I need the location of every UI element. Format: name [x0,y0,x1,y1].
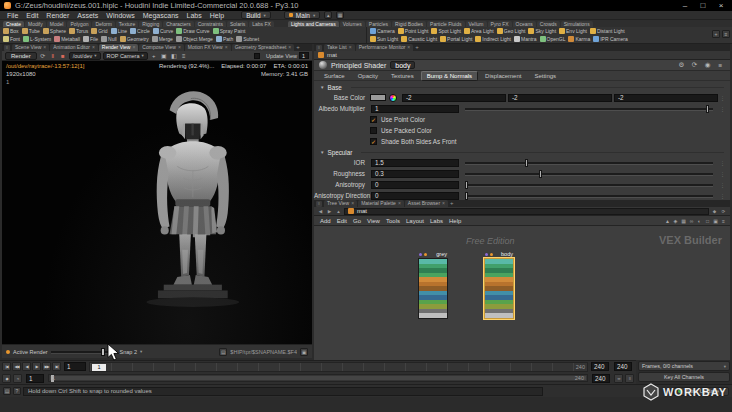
section-specular[interactable]: ▼ Specular [314,147,730,157]
shelf-tool[interactable]: Curve [153,28,173,34]
scope-channels-icon[interactable]: ≈ [13,374,22,383]
current-frame-field[interactable]: 1 [64,362,86,371]
color-palette-icon[interactable]: ◐ [696,217,703,224]
shelf-tool[interactable]: Metaball [54,36,80,42]
key-all-channels-button[interactable]: Key All Channels [638,372,730,382]
color-picker-icon[interactable] [389,94,397,102]
pane-tab[interactable]: Geometry Spreadsheet× [232,44,295,51]
minimize-button[interactable]: – [678,1,692,10]
close-tab-icon[interactable]: × [349,44,352,51]
param-menu-icon[interactable]: ⋮ [719,106,726,112]
close-tab-icon[interactable]: × [288,44,291,51]
close-tab-icon[interactable]: × [407,44,410,51]
channels-select[interactable]: Frames, 0/0 channels▾ [638,361,730,371]
pane-tab[interactable]: Tree View× [324,200,357,207]
snap-label[interactable]: Snap 2 [120,349,137,355]
region-render-icon[interactable]: ▣ [160,52,168,60]
parameter-tab[interactable]: Textures [385,71,420,81]
snapshot-slider[interactable] [51,348,117,356]
context-path[interactable]: mat [327,52,337,58]
pane-tab[interactable]: Animation Editor× [50,44,98,51]
shelf-tool[interactable]: Geometry [120,36,149,42]
shelf-tool[interactable]: Camera [370,28,395,34]
close-tab-icon[interactable]: × [398,200,401,207]
pane-options-icon[interactable]: ≡ [716,61,725,70]
shelf-tool[interactable]: Mantra [514,36,537,42]
close-tab-icon[interactable]: × [351,200,354,207]
pane-tab[interactable]: Compose View× [139,44,183,51]
timeline[interactable]: 1 240 [89,362,588,372]
param-menu-icon[interactable]: ⋮ [719,193,726,199]
main-take-select[interactable]: Main▾ [284,11,320,19]
network-path-field[interactable]: mat [344,208,709,215]
param-menu-icon[interactable]: ⋮ [719,160,726,166]
material-node-grey[interactable]: grey [418,250,448,319]
loop-icon[interactable]: ∞ [614,374,623,383]
close-tab-icon[interactable]: × [178,44,181,51]
menu-item[interactable]: Go [350,218,364,224]
pane-tab[interactable]: Render View× [99,44,138,51]
base-color-r-field[interactable]: -2 [402,94,506,102]
select-arrow-icon[interactable]: ▲ [664,217,671,224]
close-tab-icon[interactable]: × [225,44,228,51]
hide-shelf-icon[interactable]: ▴ [324,11,332,19]
menu-item[interactable]: Assets [73,12,102,19]
menu-item[interactable]: Render [42,12,73,19]
node-body[interactable] [484,258,514,319]
parameter-tab[interactable]: Bump & Normals [421,71,478,81]
pane-tab[interactable]: Material Palette× [358,200,404,207]
transport-button[interactable]: ▶ [32,362,41,371]
shelf-tool[interactable]: Spot Light [431,28,461,34]
shelf-tool[interactable]: Draw Curve [176,28,209,34]
pane-tab[interactable]: Asset Browser× [405,200,448,207]
camera-snapshot-icon[interactable]: ▣ [300,348,308,356]
range-start-field[interactable]: 1 [26,374,44,383]
shelf-tool[interactable]: Area Light [464,28,494,34]
roughness-slider[interactable] [465,170,713,178]
bookmark-icon[interactable]: ◆ [711,208,718,215]
shelf-tool[interactable]: Caustic Light [401,36,437,42]
shelf-tool[interactable]: Circle [130,28,150,34]
section-base[interactable]: ▼ Base [314,82,730,92]
slider-handle[interactable] [465,181,468,189]
shelf-tool[interactable]: Subnet [236,36,259,42]
close-tab-icon[interactable]: × [442,200,445,207]
link-icon[interactable]: ∞ [688,217,695,224]
shelf-tool[interactable]: Point Light [398,28,429,34]
collapse-icon[interactable]: ▼ [320,150,324,155]
roughness-field[interactable]: 0.3 [371,170,459,178]
collapse-icon[interactable]: ▼ [320,85,324,90]
pane-tab[interactable]: Scene View× [12,44,49,51]
message-log-icon[interactable]: ▤ [3,387,11,395]
forward-icon[interactable]: ▶ [326,208,333,215]
back-icon[interactable]: ◀ [317,208,324,215]
update-view-control[interactable]: Update View 1 [254,52,309,59]
close-tab-icon[interactable]: × [132,44,135,51]
menu-item[interactable]: Layout [403,218,427,224]
albedo-field[interactable]: 1 [371,105,459,113]
shelf-tool[interactable]: Sphere [43,28,66,34]
shelf-tool[interactable]: Tube [22,28,40,34]
param-menu-icon[interactable]: ⋮ [719,95,726,101]
color-swatch[interactable] [370,94,386,101]
shelf-tool[interactable]: Distant Light [590,28,625,34]
shelf-tool[interactable]: Indirect Light [475,36,511,42]
pane-tab[interactable]: Motion FX View× [185,44,231,51]
playbar-options-icon[interactable]: ≡ [625,374,634,383]
keyframe-icon[interactable]: ◆ [2,374,11,383]
rop-select[interactable]: /out/dev▾ [69,52,101,60]
transport-button[interactable]: ◀ [22,362,31,371]
shelf-tool[interactable]: Line [111,28,127,34]
end-frame-field[interactable]: 240 [591,362,609,371]
help-icon[interactable]: ? [13,387,21,395]
anisotropy-slider[interactable] [465,181,713,189]
node-body[interactable] [418,258,448,319]
refresh-icon[interactable]: ⟳ [690,61,699,70]
shelf-tool[interactable]: Sky Light [528,28,556,34]
shelf-tool[interactable]: Font [3,36,20,42]
transport-button[interactable]: |◀ [2,362,11,371]
crosshair-icon[interactable]: + [150,52,158,60]
stop-render-icon[interactable]: ■ [59,52,67,60]
render-button[interactable]: Render [5,52,37,60]
shelf-tool[interactable]: Geo Light [497,28,526,34]
